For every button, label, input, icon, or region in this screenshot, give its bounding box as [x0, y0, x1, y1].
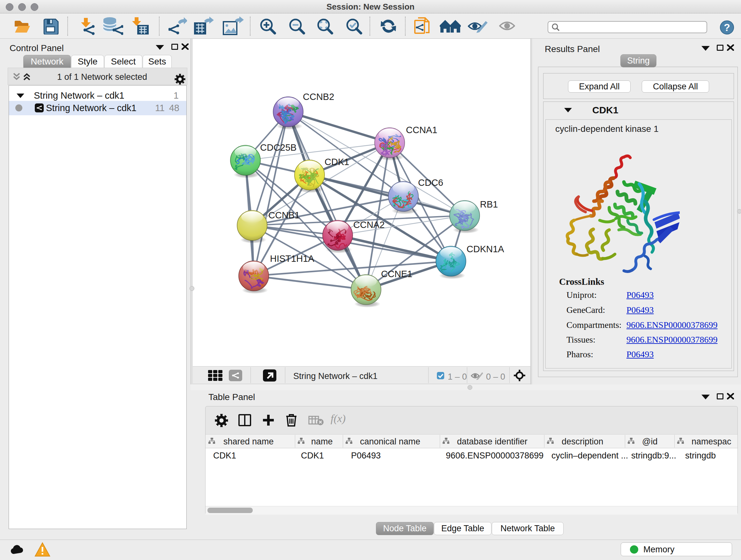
svg-text:CDC25B: CDC25B	[260, 142, 296, 152]
svg-text:CCNB1: CCNB1	[268, 210, 300, 220]
svg-text:CDK1: CDK1	[325, 157, 349, 167]
svg-text:CCNA2: CCNA2	[353, 220, 385, 230]
svg-text:RB1: RB1	[480, 199, 498, 209]
svg-text:CDC6: CDC6	[418, 178, 443, 188]
svg-text:HIST1H1A: HIST1H1A	[270, 253, 314, 264]
svg-text:CCNE1: CCNE1	[381, 269, 412, 279]
svg-text:CCNB2: CCNB2	[303, 91, 334, 102]
svg-text:CCNA1: CCNA1	[406, 125, 437, 135]
svg-text:CDKN1A: CDKN1A	[467, 244, 504, 254]
